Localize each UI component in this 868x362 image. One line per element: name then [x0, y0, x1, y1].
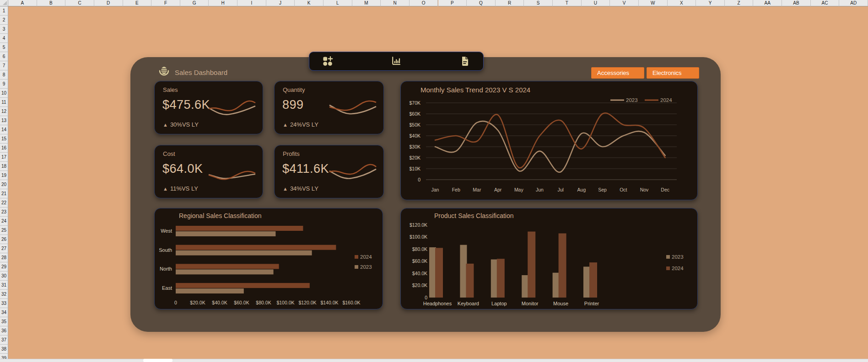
kpi-delta: ▲11%VS LY [163, 185, 198, 192]
x-axis-label: Printer [584, 301, 599, 306]
dashboard-header: Sales Dashboard [158, 66, 227, 79]
row-header-18[interactable]: 18 [0, 162, 8, 171]
column-header-G[interactable]: G [180, 0, 209, 6]
y-axis-label: $30K [409, 144, 421, 149]
bar-2023-Printer [583, 266, 590, 298]
column-header-U[interactable]: U [582, 0, 610, 6]
column-header-B[interactable]: B [37, 0, 66, 6]
horizontal-scrollbar[interactable] [0, 359, 868, 362]
column-header-AD[interactable]: AD [839, 0, 868, 6]
column-header-J[interactable]: J [266, 0, 295, 6]
row-header-22[interactable]: 22 [0, 198, 8, 208]
row-header-38[interactable]: 38 [0, 345, 8, 354]
column-header-K[interactable]: K [295, 0, 323, 6]
column-header-F[interactable]: F [151, 0, 180, 6]
x-axis-label: Oct [620, 187, 627, 192]
row-header-28[interactable]: 28 [0, 253, 8, 262]
row-header-33[interactable]: 33 [0, 299, 8, 308]
row-header-31[interactable]: 31 [0, 281, 8, 290]
column-header-R[interactable]: R [496, 0, 524, 6]
row-header-14[interactable]: 14 [0, 125, 8, 134]
row-header-25[interactable]: 25 [0, 226, 8, 235]
column-header-AA[interactable]: AA [753, 0, 782, 6]
row-header-35[interactable]: 35 [0, 317, 8, 326]
x-axis-label: Sep [598, 187, 607, 192]
bar-2024-Headphones [435, 248, 443, 298]
bar-chart-icon[interactable] [391, 56, 402, 67]
column-header-C[interactable]: C [65, 0, 94, 6]
x-axis-label: May [514, 187, 524, 192]
x-axis-label: $140.0K [320, 300, 338, 305]
row-header-27[interactable]: 27 [0, 244, 8, 253]
row-header-34[interactable]: 34 [0, 308, 8, 317]
column-header-M[interactable]: M [352, 0, 381, 6]
column-header-W[interactable]: W [639, 0, 668, 6]
row-header-17[interactable]: 17 [0, 153, 8, 162]
column-header-A[interactable]: A [8, 0, 37, 6]
sparkline-chart [207, 97, 257, 121]
column-header-H[interactable]: H [209, 0, 237, 6]
bar-2024-West [176, 226, 303, 231]
column-header-E[interactable]: E [123, 0, 152, 6]
product-chart-card: Product Sales Classification $120.0K$100… [400, 208, 698, 309]
column-header-N[interactable]: N [381, 0, 410, 6]
column-header-V[interactable]: V [610, 0, 639, 6]
column-header-Z[interactable]: Z [725, 0, 754, 6]
column-header-Y[interactable]: Y [696, 0, 725, 6]
kpi-value: 899 [282, 98, 304, 112]
row-header-23[interactable]: 23 [0, 208, 8, 217]
row-header-10[interactable]: 10 [0, 89, 8, 98]
horizontal-scrollbar-thumb[interactable] [143, 359, 173, 362]
x-axis-label: Mouse [553, 301, 568, 306]
column-header-AB[interactable]: AB [782, 0, 811, 6]
row-header-16[interactable]: 16 [0, 144, 8, 153]
row-header-24[interactable]: 24 [0, 217, 8, 226]
filter-button-accessories[interactable]: Accessories [591, 67, 644, 79]
x-axis-label: Nov [640, 187, 649, 192]
column-header-D[interactable]: D [94, 0, 123, 6]
bar-2023-Laptop [491, 260, 498, 298]
row-header-5[interactable]: 5 [0, 43, 8, 52]
row-header-21[interactable]: 21 [0, 189, 8, 198]
x-axis-label: Mar [473, 187, 481, 192]
category-add-icon[interactable] [322, 56, 333, 67]
column-header-T[interactable]: T [553, 0, 582, 6]
column-header-Q[interactable]: Q [467, 0, 496, 6]
row-header-1[interactable]: 1 [0, 6, 8, 16]
column-header-O[interactable]: O [410, 0, 438, 6]
row-header-13[interactable]: 13 [0, 116, 8, 125]
row-header-8[interactable]: 8 [0, 70, 8, 80]
row-header-4[interactable]: 4 [0, 34, 8, 43]
column-header-S[interactable]: S [524, 0, 553, 6]
row-header-29[interactable]: 29 [0, 262, 8, 272]
row-header-19[interactable]: 19 [0, 171, 8, 180]
row-header-9[interactable]: 9 [0, 80, 8, 89]
column-header-L[interactable]: L [323, 0, 352, 6]
column-header-X[interactable]: X [668, 0, 696, 6]
y-axis-label: $120.0K [410, 222, 427, 228]
filter-button-electronics[interactable]: Electronics [647, 67, 699, 79]
report-icon[interactable] [459, 56, 470, 67]
row-header-12[interactable]: 12 [0, 107, 8, 116]
row-header-26[interactable]: 26 [0, 235, 8, 244]
row-header-3[interactable]: 3 [0, 25, 8, 34]
column-header-I[interactable]: I [237, 0, 266, 6]
row-header-2[interactable]: 2 [0, 16, 8, 25]
line-chart-svg: $70K$60K$50K$40K$30K$20K$10K0JanFebMarAp… [401, 81, 698, 201]
category-label: South [159, 247, 172, 253]
legend-swatch [355, 265, 358, 269]
row-header-15[interactable]: 15 [0, 134, 8, 144]
row-header-32[interactable]: 32 [0, 290, 8, 299]
row-header-30[interactable]: 30 [0, 272, 8, 281]
row-header-37[interactable]: 37 [0, 335, 8, 345]
row-header-11[interactable]: 11 [0, 98, 8, 107]
bar-2024-North [176, 264, 279, 269]
row-header-36[interactable]: 36 [0, 326, 8, 335]
column-header-P[interactable]: P [438, 0, 467, 6]
legend-swatch [666, 266, 670, 270]
y-axis-label: $80.0K [412, 246, 427, 252]
row-header-6[interactable]: 6 [0, 52, 8, 61]
row-header-7[interactable]: 7 [0, 61, 8, 70]
column-header-AC[interactable]: AC [811, 0, 840, 6]
row-header-20[interactable]: 20 [0, 180, 8, 189]
